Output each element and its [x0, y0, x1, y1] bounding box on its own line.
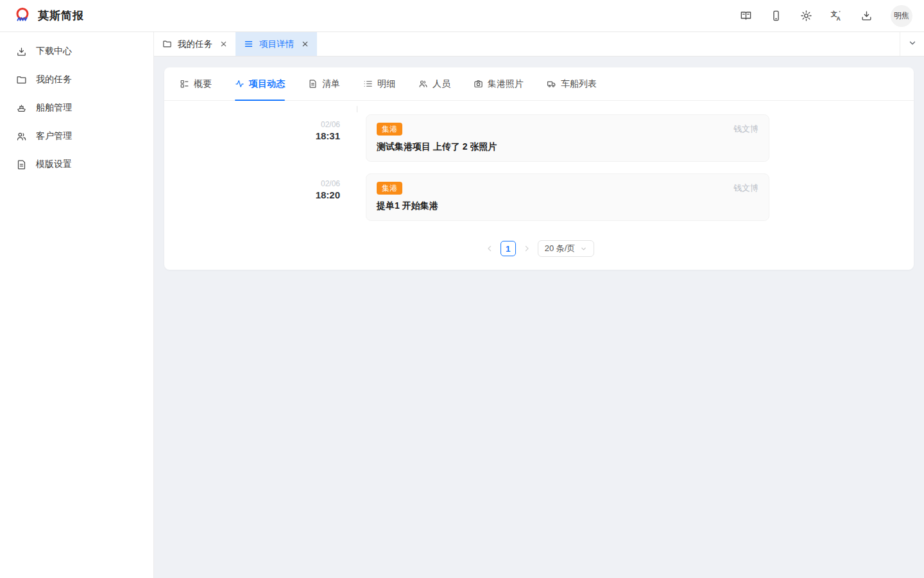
- sidebar-item-ship-management[interactable]: 船舶管理: [0, 94, 153, 122]
- app-header: 莫斯简报 文A 明焦: [0, 0, 924, 32]
- template-icon: [16, 159, 27, 170]
- details-icon: [363, 79, 373, 89]
- truck-icon: [547, 79, 556, 89]
- page-tab-project-detail[interactable]: 项目详情: [235, 32, 317, 56]
- prev-page-icon[interactable]: [484, 243, 495, 254]
- page-number-button[interactable]: 1: [501, 241, 516, 256]
- tab-people[interactable]: 人员: [418, 67, 450, 100]
- tab-checklist[interactable]: 清单: [308, 67, 340, 100]
- timeline-text: 测试集港项目 上传了 2 张照片: [377, 141, 758, 153]
- timeline-card: 集港 钱文博 提单1 开始集港: [366, 173, 769, 221]
- timeline-item: 02/06 18:31 集港 钱文博 测试集港项目 上传了 2 张照片: [164, 114, 914, 162]
- sidebar-item-download-center[interactable]: 下载中心: [0, 37, 153, 66]
- tab-vehicle-ship-list[interactable]: 车船列表: [547, 67, 597, 100]
- tab-label: 项目动态: [249, 78, 285, 90]
- sidebar-item-label: 客户管理: [36, 130, 72, 142]
- close-icon[interactable]: [302, 40, 309, 48]
- user-avatar[interactable]: 明焦: [891, 5, 912, 27]
- timeline-date: 02/06: [164, 179, 340, 188]
- overview-icon: [180, 79, 189, 89]
- sidebar-item-label: 船舶管理: [36, 102, 72, 114]
- sidebar-item-customer-management[interactable]: 客户管理: [0, 122, 153, 150]
- main-content: 概要 项目动态 清单 明细: [154, 57, 924, 578]
- tab-label: 车船列表: [561, 78, 597, 90]
- sidebar-item-my-tasks[interactable]: 我的任务: [0, 66, 153, 94]
- docs-book-icon[interactable]: [740, 10, 752, 22]
- timeline-tick: [357, 106, 357, 112]
- timeline-timestamp: 02/06 18:20: [164, 173, 340, 221]
- activity-timeline: 02/06 18:31 集港 钱文博 测试集港项目 上传了 2 张照片 02/0…: [164, 114, 914, 221]
- download-icon: [16, 46, 27, 57]
- app-logo-icon: [13, 6, 32, 26]
- page-tab-label: 项目详情: [259, 39, 294, 50]
- detail-tabs: 概要 项目动态 清单 明细: [164, 67, 914, 101]
- next-page-icon[interactable]: [521, 243, 533, 254]
- timeline-item: 02/06 18:20 集港 钱文博 提单1 开始集港: [164, 173, 914, 221]
- activity-icon: [235, 79, 244, 89]
- folder-icon: [16, 74, 27, 85]
- timeline-user: 钱文博: [733, 182, 758, 194]
- download-icon[interactable]: [860, 10, 873, 22]
- page-tabbar: 我的任务 项目详情: [154, 32, 924, 57]
- page-size-value: 20 条/页: [545, 243, 576, 254]
- people-icon: [418, 79, 428, 89]
- customers-icon: [16, 131, 27, 142]
- pagination: 1 20 条/页: [164, 240, 914, 257]
- camera-icon: [474, 79, 483, 89]
- page-tab-label: 我的任务: [178, 39, 212, 50]
- tab-details[interactable]: 明细: [363, 67, 395, 100]
- tab-label: 概要: [194, 78, 212, 90]
- tab-label: 明细: [377, 78, 395, 90]
- settings-gear-icon[interactable]: [800, 10, 812, 22]
- page-size-select[interactable]: 20 条/页: [538, 240, 595, 257]
- sidebar-item-label: 我的任务: [36, 74, 72, 85]
- header-actions: 文A 明焦: [740, 5, 912, 27]
- brand: 莫斯简报: [13, 6, 84, 26]
- sidebar-item-label: 模版设置: [36, 159, 72, 170]
- chevron-down-icon: [908, 39, 917, 50]
- tab-label: 清单: [322, 78, 340, 90]
- timeline-clock: 18:31: [164, 130, 340, 141]
- page-tab-my-tasks[interactable]: 我的任务: [154, 32, 235, 56]
- translate-icon[interactable]: 文A: [830, 10, 843, 22]
- app-title: 莫斯简报: [38, 8, 84, 23]
- sidebar-item-label: 下载中心: [36, 46, 72, 57]
- folder-icon: [162, 39, 172, 49]
- checklist-icon: [308, 79, 318, 89]
- sidebar: 下载中心 我的任务 船舶管理 客户管理 模版设置: [0, 32, 154, 578]
- tab-overview[interactable]: 概要: [180, 67, 212, 100]
- timeline-card: 集港 钱文博 测试集港项目 上传了 2 张照片: [366, 114, 769, 162]
- mobile-icon[interactable]: [770, 10, 782, 22]
- timeline-date: 02/06: [164, 120, 340, 129]
- list-icon: [244, 39, 253, 49]
- timeline-clock: 18:20: [164, 189, 340, 200]
- chevron-down-icon: [580, 245, 587, 252]
- tab-label: 人员: [432, 78, 450, 90]
- ship-icon: [16, 103, 27, 114]
- tab-list-dropdown[interactable]: [900, 32, 924, 56]
- status-badge: 集港: [377, 123, 402, 136]
- tab-label: 集港照片: [488, 78, 524, 90]
- timeline-text: 提单1 开始集港: [377, 200, 758, 212]
- timeline-timestamp: 02/06 18:31: [164, 114, 340, 162]
- timeline-user: 钱文博: [733, 123, 758, 135]
- close-icon[interactable]: [220, 40, 227, 48]
- svg-text:A: A: [837, 15, 841, 22]
- project-detail-card: 概要 项目动态 清单 明细: [164, 67, 914, 270]
- tab-project-activity[interactable]: 项目动态: [235, 67, 285, 100]
- status-badge: 集港: [377, 182, 402, 195]
- tab-port-photos[interactable]: 集港照片: [474, 67, 524, 100]
- sidebar-item-template-settings[interactable]: 模版设置: [0, 150, 153, 179]
